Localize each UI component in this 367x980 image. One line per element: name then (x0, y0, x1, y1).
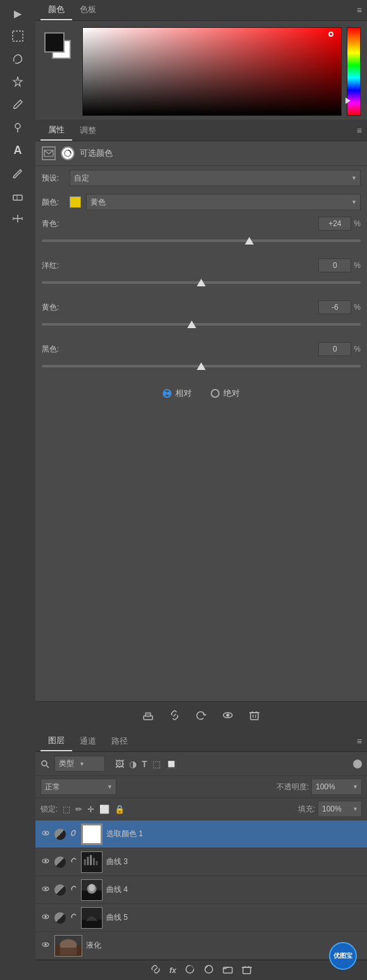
cyan-label-row: 青色: % (42, 217, 361, 231)
magenta-unit: % (354, 261, 361, 270)
layer-item-2[interactable]: 曲线 4 (35, 876, 367, 904)
layer-2-eye[interactable] (40, 884, 51, 895)
layer-1-eye[interactable] (40, 856, 51, 867)
yellow-value-input[interactable] (318, 300, 351, 314)
filter-toggle-dot[interactable] (353, 760, 362, 768)
radio-relative[interactable]: 相对 (163, 388, 192, 399)
preset-dropdown[interactable]: 自定 默认 (70, 170, 361, 186)
tab-channels[interactable]: 通道 (72, 732, 104, 751)
properties-panel: 属性 调整 ≡ 可选颜色 预设: 自定 默认 颜 (35, 120, 367, 701)
preset-dropdown-wrapper[interactable]: 自定 默认 (70, 170, 361, 186)
transform-tool[interactable] (5, 208, 30, 229)
radio-relative-circle[interactable] (163, 389, 171, 398)
fill-dropdown-wrapper[interactable]: 100% 75% (318, 801, 362, 817)
fill-label: 填充: (298, 804, 315, 815)
color-panel-menu-icon[interactable]: ≡ (357, 5, 362, 15)
lock-icons: ⬚ ✏ ✛ ⬜ 🔒 (63, 805, 125, 814)
link-icon[interactable] (166, 707, 183, 726)
move-tool[interactable]: ▶ (5, 3, 30, 24)
tab-swatches[interactable]: 色板 (72, 0, 104, 20)
filter-image-icon[interactable]: 🖼 (115, 759, 124, 769)
layers-menu-icon[interactable]: ≡ (357, 736, 362, 746)
pen-tool[interactable] (5, 162, 30, 184)
cyan-value-input[interactable] (318, 217, 351, 231)
wand-tool[interactable] (5, 71, 30, 92)
blend-mode-dropdown-wrapper[interactable]: 正常 溶解 变暗 (40, 779, 116, 795)
cyan-thumb[interactable] (245, 237, 254, 245)
yellow-thumb[interactable] (187, 321, 196, 328)
tab-properties[interactable]: 属性 (40, 120, 72, 141)
lock-artboard-icon[interactable]: ⬜ (99, 805, 109, 814)
color-gradient-picker[interactable] (82, 27, 342, 116)
tab-color[interactable]: 颜色 (40, 0, 72, 20)
layer-0-eye[interactable] (40, 829, 51, 839)
svg-point-38 (89, 884, 94, 891)
filter-type-dropdown[interactable]: 类型 ▼ (54, 756, 105, 772)
black-value-input[interactable] (318, 342, 351, 356)
cyan-track-wrapper[interactable] (42, 233, 361, 248)
new-layer-fill-icon[interactable] (185, 964, 195, 976)
filter-type-icon[interactable]: T (142, 759, 147, 769)
layer-3-chain-icon[interactable] (70, 913, 77, 922)
clone-stamp-tool[interactable] (5, 117, 30, 138)
svg-line-22 (47, 765, 49, 768)
magenta-value-input[interactable] (318, 258, 351, 272)
type-tool[interactable]: A (5, 139, 30, 161)
properties-menu-icon[interactable]: ≡ (357, 125, 362, 136)
eraser-tool[interactable] (5, 185, 30, 207)
rectangle-select-tool[interactable] (5, 25, 30, 47)
fill-dropdown[interactable]: 100% 75% (318, 801, 362, 817)
lock-all-icon[interactable]: 🔒 (115, 805, 125, 814)
yellow-track-wrapper[interactable] (42, 317, 361, 332)
yellow-slider-section: 黄色: % (35, 298, 367, 340)
reset-icon[interactable] (193, 707, 209, 726)
layer-2-thumbnail (81, 879, 103, 901)
layer-2-chain-icon[interactable] (70, 885, 77, 894)
layer-4-eye[interactable] (40, 940, 51, 951)
visibility-icon[interactable] (220, 707, 236, 726)
layer-1-name: 曲线 3 (106, 856, 362, 867)
opacity-dropdown[interactable]: 100% 75% 50% (311, 779, 362, 795)
layer-3-eye[interactable] (40, 912, 51, 923)
new-group-icon[interactable] (223, 964, 233, 976)
layer-item-0[interactable]: 选取颜色 1 (35, 820, 367, 848)
magenta-thumb[interactable] (197, 279, 206, 286)
brush-tool[interactable] (5, 94, 30, 115)
filter-shape-icon[interactable]: ⬚ (152, 759, 161, 769)
layers-filter-row: 类型 ▼ 🖼 ◑ T ⬚ 🔲 (35, 752, 367, 776)
lock-position-icon[interactable]: ✛ (87, 805, 94, 814)
color-dropdown[interactable]: 黄色 红色 绿色 青色 (86, 194, 361, 210)
new-adjustment-layer-icon[interactable] (204, 964, 214, 976)
radio-absolute-circle[interactable] (211, 389, 220, 398)
layer-item-3[interactable]: 曲线 5 (35, 904, 367, 932)
filter-smart-icon[interactable]: 🔲 (166, 759, 177, 769)
lasso-tool[interactable] (5, 48, 30, 70)
blend-mode-dropdown[interactable]: 正常 溶解 变暗 (40, 779, 116, 795)
cyan-track (42, 239, 361, 242)
color-dropdown-wrapper[interactable]: 黄色 红色 绿色 青色 (86, 194, 361, 210)
opacity-dropdown-wrapper[interactable]: 100% 75% 50% (311, 779, 362, 795)
link-layers-icon[interactable] (151, 964, 161, 976)
cyan-unit: % (354, 219, 361, 228)
layer-0-chain-icon[interactable] (70, 829, 77, 839)
black-track-wrapper[interactable] (42, 359, 361, 374)
magenta-track-wrapper[interactable] (42, 275, 361, 290)
delete-icon[interactable] (246, 707, 263, 726)
radio-absolute[interactable]: 绝对 (211, 388, 240, 399)
foreground-color-swatch[interactable] (44, 32, 65, 53)
lock-transparent-icon[interactable]: ⬚ (63, 805, 70, 814)
tab-layers[interactable]: 图层 (40, 731, 72, 751)
hue-slider[interactable] (347, 27, 361, 116)
filter-adjust-icon[interactable]: ◑ (129, 759, 137, 769)
layer-item-4[interactable]: 液化 (35, 932, 367, 960)
layer-1-chain-icon[interactable] (70, 857, 77, 867)
tab-adjustments[interactable]: 调整 (72, 121, 104, 140)
clip-to-layer-icon[interactable] (140, 707, 156, 726)
delete-layer-icon[interactable] (242, 964, 252, 976)
fx-icon[interactable]: fx (170, 966, 177, 975)
black-thumb[interactable] (197, 362, 206, 370)
layer-item-1[interactable]: 曲线 3 (35, 848, 367, 876)
gradient-picker-handle[interactable] (328, 32, 333, 37)
tab-paths[interactable]: 路径 (104, 732, 135, 751)
lock-image-icon[interactable]: ✏ (75, 805, 82, 814)
